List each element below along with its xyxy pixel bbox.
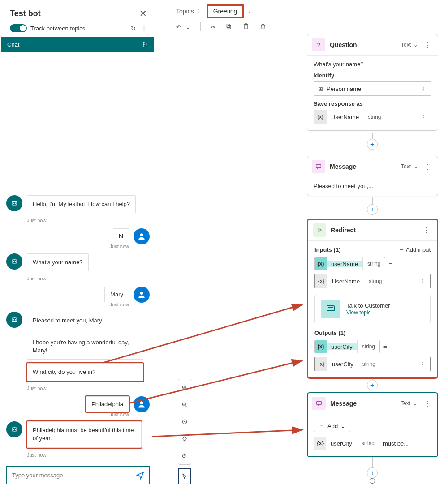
breadcrumb: Topics 〉 Greeting ⌄ [155, 0, 448, 21]
node-title: Redirect [331, 227, 417, 234]
variable-field[interactable]: {x} UserName string 〉 [314, 110, 431, 124]
undo-dropdown-icon[interactable]: ⌄ [185, 24, 190, 30]
add-node-button[interactable]: + [367, 139, 378, 150]
timestamp: Just now [27, 452, 142, 458]
variable-icon: {x} [315, 340, 327, 353]
bot-message: Hello, I'm MyTestbot. How can I help? [27, 195, 136, 213]
add-input-button[interactable]: ＋Add input [398, 245, 431, 253]
paste-icon[interactable] [242, 23, 250, 31]
chevron-right-icon: 〉 [198, 8, 203, 15]
breadcrumb-root[interactable]: Topics [176, 8, 194, 15]
zoom-in-icon[interactable] [178, 379, 191, 396]
question-node[interactable]: ? Question Text⌄ ⋮ What's your name? Ide… [307, 34, 438, 131]
send-button[interactable] [131, 467, 149, 484]
test-bot-panel: Test bot ✕ Track between topics ↻ ⋮ Chat… [0, 0, 155, 493]
svg-point-11 [13, 320, 14, 321]
user-message: hi [113, 228, 129, 244]
svg-point-12 [15, 320, 16, 321]
timestamp: Just now [6, 412, 129, 417]
breadcrumb-current[interactable]: Greeting [207, 4, 244, 18]
outputs-label: Outputs (1) [314, 330, 431, 336]
svg-rect-20 [227, 24, 230, 27]
undo-icon[interactable]: ↶ [176, 24, 181, 30]
input-variable-chip[interactable]: {x} userName string [314, 257, 385, 270]
save-label: Save response as [314, 100, 431, 107]
bot-message: I hope you're having a wonderful day, Ma… [27, 334, 143, 360]
more-icon[interactable]: ⋮ [422, 163, 433, 171]
output-variable-value[interactable]: {x} userCity string 〉 [314, 357, 431, 371]
zoom-out-icon[interactable] [178, 396, 191, 413]
svg-point-7 [15, 261, 16, 262]
add-node-button[interactable]: + [367, 467, 378, 478]
variable-icon: {x} [315, 357, 327, 371]
flag-icon[interactable]: ⚐ [142, 41, 148, 48]
bot-message: Pleased to meet you, Mary! [27, 312, 143, 330]
more-icon[interactable]: ⋮ [422, 41, 433, 49]
output-variable-chip[interactable]: {x} userCity string [314, 340, 380, 353]
view-topic-link[interactable]: View topic [346, 309, 370, 316]
canvas-zoom-tools [178, 379, 191, 465]
delete-icon[interactable] [259, 23, 267, 31]
timestamp: Just now [27, 386, 143, 391]
svg-rect-27 [317, 401, 322, 404]
chevron-down-icon[interactable]: ⌄ [413, 400, 418, 407]
variable-icon: {x} [314, 110, 327, 124]
timestamp: Just now [6, 244, 129, 249]
input-variable-value[interactable]: {x} UserName string 〉 [314, 274, 431, 288]
user-message: Philadelphia [86, 396, 129, 412]
chevron-right-icon: 〉 [418, 360, 430, 368]
copy-icon[interactable] [225, 23, 233, 31]
entity-icon: ⊞ [314, 86, 327, 92]
user-avatar [134, 396, 150, 412]
svg-rect-23 [316, 164, 321, 167]
chevron-down-icon[interactable]: ⌄ [247, 8, 252, 14]
more-icon[interactable]: ⋮ [422, 226, 432, 235]
svg-line-36 [184, 421, 186, 423]
user-avatar [134, 228, 150, 244]
more-icon[interactable]: ⋮ [141, 25, 147, 32]
select-tool[interactable] [178, 468, 191, 484]
bot-message: Philadelphia must be beautiful this time… [27, 421, 142, 447]
chevron-right-icon: 〉 [418, 85, 431, 93]
timestamp: Just now [27, 218, 136, 223]
redirect-node[interactable]: Redirect ⋮ Inputs (1) ＋Add input {x} use… [307, 219, 438, 379]
more-icon[interactable]: ⋮ [422, 399, 433, 408]
variable-icon: {x} [315, 274, 327, 288]
user-message: Mary [104, 287, 129, 302]
locate-icon[interactable] [178, 430, 191, 447]
pan-icon[interactable] [178, 447, 191, 464]
chevron-right-icon: 〉 [418, 277, 430, 285]
inputs-label: Inputs (1) [314, 246, 341, 253]
close-icon[interactable]: ✕ [139, 8, 147, 19]
svg-point-16 [13, 429, 14, 430]
authoring-canvas-panel: Topics 〉 Greeting ⌄ ↶ ⌄ ✂ ? Question Tex… [155, 0, 448, 493]
svg-point-14 [140, 401, 143, 404]
svg-point-9 [140, 292, 143, 295]
authoring-canvas[interactable]: ? Question Text⌄ ⋮ What's your name? Ide… [155, 34, 448, 493]
svg-point-6 [13, 261, 14, 262]
variable-chip[interactable]: {x} userCity string [314, 437, 379, 450]
message-node[interactable]: Message Text⌄ ⋮ Pleased to meet you,... [307, 156, 438, 196]
zoom-reset-icon[interactable] [178, 413, 191, 430]
chat-messages: Hello, I'm MyTestbot. How can I help? Ju… [0, 52, 155, 463]
add-button[interactable]: ＋Add⌄ [314, 420, 350, 432]
identify-label: Identify [314, 72, 431, 79]
svg-line-29 [185, 389, 187, 390]
chat-tab[interactable]: Chat ⚐ [1, 37, 154, 52]
refresh-icon[interactable]: ↻ [131, 25, 136, 32]
svg-point-37 [183, 437, 186, 441]
panel-title: Test bot [10, 9, 41, 18]
add-node-button[interactable]: + [367, 204, 378, 215]
track-toggle[interactable] [10, 24, 27, 32]
message-input[interactable] [7, 467, 131, 484]
redirect-topic-box[interactable]: Talk to Customer View topic [314, 295, 431, 323]
cut-icon[interactable]: ✂ [211, 24, 215, 30]
variable-icon: {x} [315, 257, 327, 270]
identify-field[interactable]: ⊞ Person name 〉 [314, 81, 431, 96]
add-node-button[interactable]: + [367, 380, 378, 390]
canvas-toolbar: ↶ ⌄ ✂ [155, 21, 448, 36]
message-node-selected[interactable]: Message Text⌄ ⋮ ＋Add⌄ {x} userCity strin… [307, 392, 438, 457]
chevron-down-icon[interactable]: ⌄ [414, 42, 418, 48]
chevron-down-icon[interactable]: ⌄ [414, 163, 418, 170]
redirect-icon [313, 223, 326, 237]
